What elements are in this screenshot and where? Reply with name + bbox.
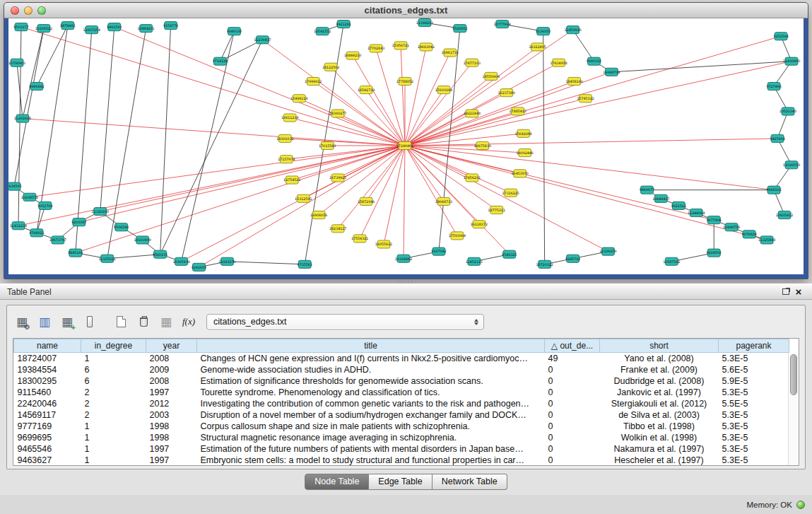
table-row[interactable]: 1872400712008Changes of HCN gene express… (14, 353, 789, 364)
graph-node[interactable]: 11239437 (254, 36, 271, 44)
table-cell[interactable]: 9777169 (14, 421, 81, 432)
graph-node[interactable]: 18092446 (517, 149, 534, 157)
graph-node[interactable]: 17554321 (351, 235, 368, 243)
graph-node[interactable]: 10318842 (395, 255, 412, 262)
graph-node[interactable]: 10835412 (776, 211, 793, 219)
graph-node[interactable]: 17702843 (367, 45, 384, 52)
table-settings-button[interactable]: ▦ ⚙ (13, 313, 31, 331)
table-cell[interactable]: 2003 (146, 409, 197, 421)
graph-node[interactable]: 9677406 (707, 216, 722, 224)
table-cell[interactable]: 14569117 (14, 409, 81, 421)
table-cell[interactable]: Wolkin et al. (1998) (600, 432, 719, 443)
table-cell[interactable]: 0 (545, 387, 600, 398)
table-cell[interactable]: Stergiakouli et al. (2012) (600, 398, 719, 409)
table-cell[interactable]: 9699695 (14, 432, 81, 443)
table-row[interactable]: 1830029562008Estimation of significance … (14, 375, 789, 387)
table-cell[interactable]: 19384554 (14, 364, 81, 375)
table-cell[interactable]: 2 (81, 387, 146, 398)
table-mode-button[interactable] (81, 313, 99, 331)
show-columns-button[interactable]: ▥ (35, 313, 54, 331)
float-panel-button[interactable] (779, 286, 792, 298)
tab-node-table[interactable]: Node Table (305, 474, 369, 490)
graph-node[interactable]: 9824502 (707, 249, 722, 257)
graph-node[interactable]: 18360277 (329, 110, 346, 117)
graph-node[interactable]: 11248064 (688, 209, 705, 216)
graph-node[interactable]: 9634505 (8, 182, 22, 190)
graph-node[interactable]: 9076824 (741, 230, 756, 238)
graph-node[interactable]: 16675830 (474, 141, 491, 149)
delete-table-button[interactable] (134, 313, 153, 331)
table-cell[interactable]: 1 (81, 455, 146, 466)
graph-node[interactable]: 11007254 (83, 26, 100, 34)
table-cell[interactable]: 1 (81, 353, 146, 364)
zoom-window-button[interactable] (37, 6, 46, 15)
table-cell[interactable]: 0 (545, 409, 600, 421)
graph-node[interactable]: 8921291 (336, 21, 351, 28)
table-cell[interactable]: 1997 (146, 387, 197, 398)
graph-node[interactable]: 10777694 (494, 21, 511, 28)
table-cell[interactable]: 0 (545, 443, 600, 455)
graph-node[interactable]: 11431234 (10, 222, 27, 230)
table-row[interactable]: 946362711997Embryonic stem cells: a mode… (14, 455, 789, 466)
table-cell[interactable]: Investigating the contribution of common… (197, 398, 545, 409)
graph-node[interactable]: 17477103 (464, 59, 481, 66)
table-cell[interactable]: 49 (545, 353, 600, 364)
table-cell[interactable]: Nakamura et al. (1997) (600, 443, 719, 455)
graph-node[interactable]: 10365938 (172, 257, 189, 265)
graph-node[interactable]: 16055621 (375, 240, 392, 248)
graph-node[interactable]: 11026559 (783, 161, 800, 169)
graph-node[interactable]: 9245702 (565, 255, 580, 262)
table-cell[interactable]: 0 (545, 398, 600, 409)
tab-edge-table[interactable]: Edge Table (369, 474, 432, 490)
graph-node[interactable]: 18221448 (464, 110, 481, 117)
tab-network-table[interactable]: Network Table (433, 474, 507, 490)
column-header-1[interactable]: in_degree (81, 339, 146, 353)
table-cell[interactable]: 1997 (146, 455, 197, 466)
table-cell[interactable]: 1 (81, 421, 146, 432)
graph-node[interactable]: 18550904 (483, 72, 500, 80)
graph-node[interactable]: 9546325 (502, 250, 517, 258)
table-cell[interactable]: 1997 (146, 443, 197, 455)
graph-node[interactable]: 9668102 (766, 186, 781, 194)
graph-node[interactable]: 17157974 (278, 156, 295, 163)
table-cell[interactable]: 9465546 (14, 443, 81, 455)
table-cell[interactable]: Corpus callosum shape and size in male p… (197, 421, 545, 432)
graph-node[interactable]: 16648704 (603, 68, 620, 76)
graph-node[interactable]: 10644437 (652, 194, 669, 202)
graph-node[interactable]: 10444201 (137, 25, 154, 33)
graph-node[interactable]: 10673767 (49, 236, 66, 244)
graph-node[interactable]: 11155021 (99, 255, 116, 262)
graph-node[interactable]: 8845166 (68, 249, 83, 257)
table-cell[interactable]: Tourette syndrome. Phenomenology and cla… (197, 387, 545, 398)
graph-node[interactable]: 15956721 (392, 42, 409, 49)
graph-node[interactable]: 10541552 (314, 28, 331, 35)
table-cell[interactable]: Dudbridge et al. (2008) (600, 375, 719, 387)
graph-node[interactable]: 17015583 (319, 141, 336, 149)
table-cell[interactable]: 5.3E-5 (719, 409, 789, 421)
graph-node[interactable]: 11452315 (466, 257, 483, 265)
table-cell[interactable]: 2008 (146, 353, 197, 364)
graph-node[interactable]: 9680310 (587, 57, 601, 65)
table-cell[interactable]: 0 (545, 375, 600, 387)
import-table-button[interactable]: ▦ (157, 313, 175, 331)
graph-node[interactable]: 16542719 (358, 86, 375, 94)
graph-node[interactable]: 9869677 (640, 186, 654, 194)
graph-node[interactable]: 11459916 (564, 26, 581, 34)
column-header-6[interactable]: pagerank (719, 339, 789, 353)
graph-node[interactable]: 17885413 (510, 107, 526, 115)
graph-node[interactable]: 17634958 (550, 59, 567, 66)
table-cell[interactable]: 2008 (146, 375, 197, 387)
graph-node[interactable]: 16739925 (329, 174, 346, 182)
graph-node[interactable]: 10790903 (8, 59, 25, 66)
graph-node[interactable]: 9506540 (114, 223, 129, 231)
graph-node[interactable]: 11261618 (14, 115, 31, 122)
table-cell[interactable]: 5.3E-5 (719, 353, 789, 364)
function-builder-button[interactable]: f(x) (180, 313, 198, 331)
graph-node[interactable]: 16906056 (310, 211, 327, 219)
graph-node[interactable]: 16611234 (281, 114, 298, 122)
graph-node[interactable]: 10521340 (779, 107, 796, 115)
graph-node[interactable]: 18458160 (565, 77, 582, 85)
table-row[interactable]: 2242004622012Investigating the contribut… (14, 398, 789, 409)
graph-node[interactable]: 9187042 (431, 247, 446, 255)
graph-node[interactable]: 17240461 (396, 141, 413, 149)
